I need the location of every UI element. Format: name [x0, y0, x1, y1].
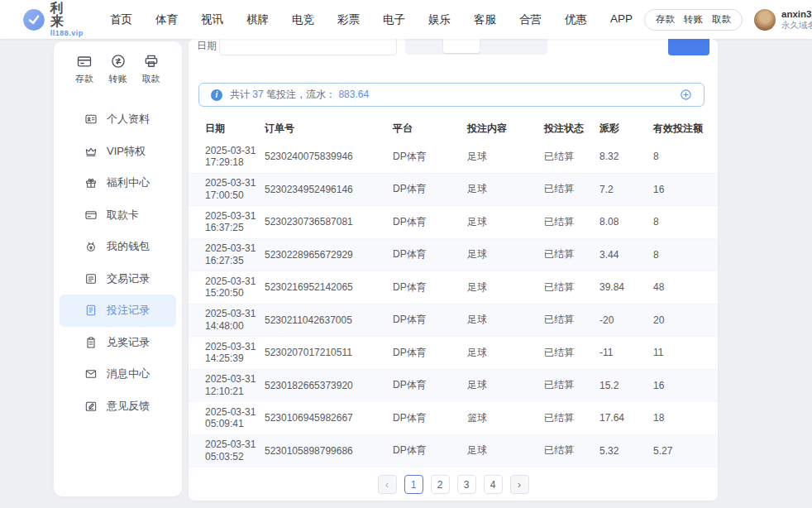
sidebar-item-wallet[interactable]: 我的钱包 [60, 231, 176, 263]
date-quick-options[interactable] [405, 39, 547, 55]
quick-deposit-button[interactable]: 存款 [75, 53, 93, 85]
sidebar-item-transactions[interactable]: 交易记录 [60, 263, 176, 295]
cell-valid-amount: 20 [653, 314, 718, 326]
cell-payout: 3.44 [599, 249, 653, 261]
cell-date: 2025-03-31 05:09:41 [205, 406, 265, 430]
sidebar-item-prize-records[interactable]: 兑奖记录 [60, 327, 176, 359]
sidebar-quick-actions: 存款 转账 取款 [54, 41, 182, 85]
sidebar-item-messages[interactable]: 消息中心 [60, 358, 176, 391]
cell-bet-content: 足球 [467, 313, 544, 327]
nav-item-sports[interactable]: 体育 [144, 12, 189, 27]
nav-item-partner[interactable]: 合营 [508, 12, 553, 27]
time-value: 14:48:00 [205, 320, 244, 332]
nav-item-service[interactable]: 客服 [462, 12, 508, 27]
username: anxin3399 [781, 9, 812, 19]
bet-records-table: 日期 订单号 平台 投注内容 投注状态 派彩 有效投注额 2025-03-31 … [189, 116, 718, 467]
date-range-input[interactable] [219, 39, 397, 55]
date-value: 2025-03-31 [205, 406, 256, 418]
sidebar-item-bet-records[interactable]: 投注记录 [60, 295, 176, 327]
sidebar-item-withdraw-card[interactable]: 取款卡 [60, 199, 176, 232]
nav-item-live[interactable]: 视讯 [189, 12, 235, 27]
table-row: 2025-03-31 12:10:21 5230182665373920 DP体… [189, 370, 718, 403]
nav-item-esports[interactable]: 电竞 [280, 12, 326, 27]
cell-platform: DP体育 [393, 215, 467, 229]
cell-order-number: 5230182665373920 [265, 380, 393, 391]
search-button[interactable] [668, 39, 709, 55]
nav-item-promo[interactable]: 优惠 [553, 12, 599, 27]
sidebar-item-label: 交易记录 [107, 271, 150, 286]
nav-item-home[interactable]: 首页 [98, 12, 144, 27]
page-button-2[interactable]: 2 [431, 475, 450, 494]
col-date: 日期 [205, 122, 265, 136]
cell-order-number: 5230207017210511 [265, 347, 393, 358]
pill-transfer-button[interactable]: 转账 [684, 13, 703, 26]
nav-item-app[interactable]: APP [599, 12, 644, 27]
turnover-value: 883.64 [338, 89, 369, 100]
date-value: 2025-03-31 [205, 308, 256, 319]
cell-status: 已结算 [544, 247, 599, 261]
sidebar-item-welfare[interactable]: 福利中心 [60, 167, 176, 199]
next-page-button[interactable]: › [510, 475, 529, 494]
cell-valid-amount: 11 [653, 347, 718, 358]
sidebar-item-label: 福利中心 [107, 175, 150, 190]
cell-payout: 7.2 [599, 184, 653, 195]
time-value: 15:20:50 [205, 287, 244, 299]
cell-status: 已结算 [544, 280, 599, 295]
sidebar-item-label: 投注记录 [107, 303, 150, 318]
table-row: 2025-03-31 05:03:52 5230105898799686 DP体… [189, 435, 718, 468]
cell-order-number: 5230211042637005 [265, 314, 393, 326]
page-button-3[interactable]: 3 [457, 475, 476, 494]
cell-status: 已结算 [544, 378, 599, 392]
cell-payout: -20 [599, 314, 653, 326]
quick-withdraw-button[interactable]: 取款 [142, 53, 160, 85]
quick-transfer-label: 转账 [109, 73, 127, 85]
quick-transfer-button[interactable]: 转账 [109, 53, 127, 85]
cell-payout: 5.32 [599, 445, 653, 457]
logo-icon [23, 7, 45, 32]
circle-plus-icon[interactable] [680, 89, 692, 101]
cell-platform: DP体育 [393, 378, 467, 392]
cell-bet-content: 足球 [467, 150, 544, 164]
sidebar-item-vip[interactable]: VIP特权 [60, 136, 176, 168]
prev-page-button[interactable]: ‹ [378, 475, 397, 494]
date-value: 2025-03-31 [205, 177, 256, 189]
nav-item-chess[interactable]: 棋牌 [235, 12, 280, 27]
pill-withdraw-button[interactable]: 取款 [712, 13, 731, 26]
top-header: 利 来 ll188.vip 首页 体育 视讯 棋牌 电竞 彩票 电子 娱乐 客服… [0, 0, 812, 39]
cell-status: 已结算 [544, 215, 599, 229]
time-value: 16:37:25 [205, 222, 244, 233]
nav-item-entertainment[interactable]: 娱乐 [417, 12, 462, 27]
sidebar-item-profile[interactable]: 个人资料 [60, 103, 176, 136]
summary-prefix: 共计 [230, 89, 250, 100]
page-button-4[interactable]: 4 [484, 475, 503, 494]
table-row: 2025-03-31 16:37:25 5230230736587081 DP体… [189, 206, 718, 239]
nav-item-lottery[interactable]: 彩票 [326, 12, 371, 27]
table-row: 2025-03-31 05:09:41 5230106945982667 DP体… [189, 402, 718, 435]
sidebar-item-label: 个人资料 [107, 112, 150, 127]
pill-deposit-button[interactable]: 存款 [656, 13, 675, 26]
logo-domain: ll188.vip [50, 30, 87, 37]
avatar[interactable] [754, 9, 776, 31]
time-value: 17:29:18 [205, 156, 244, 168]
cell-status: 已结算 [544, 182, 599, 196]
cell-bet-content: 足球 [467, 346, 544, 360]
cell-platform: DP体育 [393, 313, 467, 327]
main-nav: 首页 体育 视讯 棋牌 电竞 彩票 电子 娱乐 客服 合营 优惠 APP [98, 12, 644, 27]
date-quick-option-selected[interactable] [443, 39, 480, 53]
cell-platform: DP体育 [393, 150, 467, 164]
gift-icon [84, 176, 98, 189]
site-logo[interactable]: 利 来 ll188.vip [23, 2, 87, 37]
col-valid-amount: 有效投注额 [653, 122, 718, 136]
user-info[interactable]: anxin3399 总资产： 1363.49元 永久域名： ll188.vip … [754, 8, 812, 31]
cell-platform: DP体育 [393, 247, 467, 261]
cell-order-number: 5230105898799686 [265, 445, 393, 457]
cell-date: 2025-03-31 05:03:52 [205, 439, 265, 462]
time-value: 14:25:39 [205, 352, 244, 364]
sidebar-item-feedback[interactable]: 意见反馈 [60, 391, 176, 423]
table-row: 2025-03-31 17:00:50 5230234952496146 DP体… [189, 174, 718, 207]
page-button-1[interactable]: 1 [404, 475, 423, 494]
table-row: 2025-03-31 14:25:39 5230207017210511 DP体… [189, 337, 718, 370]
nav-item-slots[interactable]: 电子 [371, 12, 417, 27]
cell-date: 2025-03-31 17:29:18 [205, 145, 265, 169]
transaction-list-icon [84, 272, 98, 285]
